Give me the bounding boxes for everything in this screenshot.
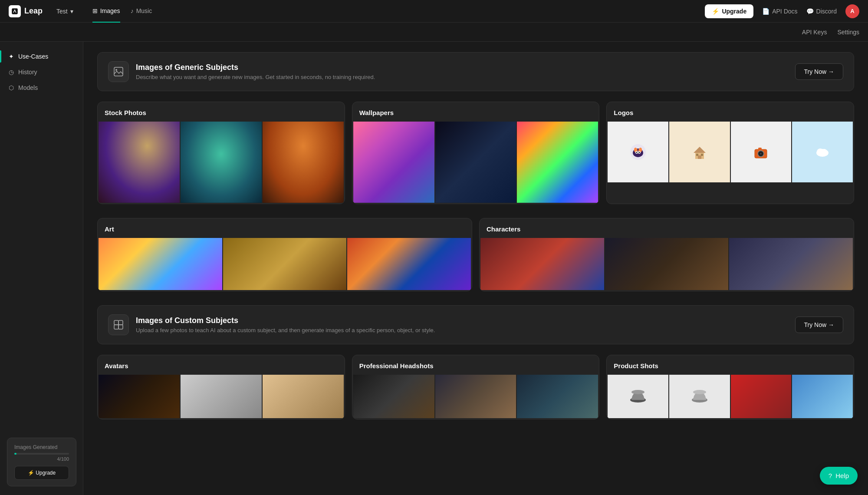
cube-icon: ⬡: [9, 84, 14, 91]
logo-area[interactable]: Leap: [9, 5, 43, 17]
svg-point-19: [760, 153, 762, 155]
custom-section-header: Images of Custom Subjects Upload a few p…: [97, 305, 854, 344]
art-img-1: [99, 238, 222, 290]
category-card-product-shots[interactable]: Product Shots: [606, 355, 854, 419]
help-icon: ?: [829, 472, 832, 479]
custom-section-left: Images of Custom Subjects Upload a few p…: [108, 314, 435, 335]
svg-point-2: [115, 69, 117, 71]
tab-images[interactable]: ⊞ Images: [92, 0, 120, 23]
sidebar-item-models[interactable]: ⬡ Models: [0, 80, 83, 96]
top-nav: Leap Test ▾ ⊞ Images ♪ Music ⚡ Upgrade 📄…: [0, 0, 868, 23]
product-shots-title: Product Shots: [607, 355, 854, 375]
svg-point-10: [639, 152, 640, 153]
tab-music[interactable]: ♪ Music: [131, 0, 152, 23]
stock-photos-title: Stock Photos: [98, 102, 345, 122]
product-img-1: [608, 375, 668, 418]
chevron-down-icon: ▾: [70, 8, 73, 15]
svg-rect-26: [114, 325, 118, 329]
product-img-4: [792, 375, 853, 418]
characters-images: [480, 238, 853, 290]
stock-photo-img-1: [99, 122, 180, 203]
category-card-wallpapers[interactable]: Wallpapers: [352, 102, 600, 204]
bottom-info-box: Images Generated 4/100 ⚡ Upgrade: [7, 438, 76, 486]
discord-icon: 💬: [806, 8, 814, 15]
category-grid-row3: Avatars Professional Headshots Product: [97, 355, 854, 419]
settings-link[interactable]: Settings: [837, 29, 859, 36]
sidebar-item-history[interactable]: ◷ History: [0, 64, 83, 80]
discord-link[interactable]: 💬 Discord: [806, 8, 837, 15]
help-button[interactable]: ? Help: [820, 467, 858, 485]
character-img-1: [480, 238, 604, 290]
stock-photo-img-3: [263, 122, 344, 203]
sidebar-item-use-cases[interactable]: ✦ Use-Cases: [0, 49, 83, 64]
avatar-img-1: [99, 375, 180, 418]
headshots-title: Professional Headshots: [352, 355, 599, 375]
nav-tabs: ⊞ Images ♪ Music: [84, 0, 698, 23]
category-card-characters[interactable]: Characters: [479, 218, 854, 291]
progress-bar-container: [14, 453, 69, 455]
sparkle-icon: ✦: [9, 53, 14, 60]
art-images: [99, 238, 471, 290]
generic-section-icon: [108, 61, 129, 82]
logos-title: Logos: [607, 102, 854, 122]
svg-rect-13: [698, 155, 701, 159]
music-icon: ♪: [131, 7, 134, 14]
main-layout: ✦ Use-Cases ◷ History ⬡ Models: [0, 42, 868, 495]
leap-logo-icon: [9, 5, 21, 17]
clock-icon: ◷: [9, 69, 14, 76]
category-card-avatars[interactable]: Avatars: [97, 355, 345, 419]
progress-bar-fill: [14, 453, 16, 455]
nav-right: ⚡ Upgrade 📄 API Docs 💬 Discord A: [705, 4, 859, 18]
workspace-name: Test: [56, 8, 68, 15]
avatars-title: Avatars: [98, 355, 345, 375]
avatar-img-2: [181, 375, 262, 418]
doc-icon: 📄: [762, 8, 769, 15]
svg-point-23: [821, 149, 827, 155]
stock-photos-images: [99, 122, 344, 203]
wallpapers-title: Wallpapers: [352, 102, 599, 122]
svg-rect-25: [118, 320, 123, 325]
images-icon: ⊞: [92, 7, 98, 14]
upgrade-small-button[interactable]: ⚡ Upgrade: [14, 466, 69, 480]
product-img-3: [731, 375, 792, 418]
stock-photo-img-2: [181, 122, 262, 203]
logo-img-3: [731, 122, 792, 182]
generic-try-now-button[interactable]: Try Now →: [795, 63, 843, 80]
art-img-3: [347, 238, 471, 290]
custom-section-text: Images of Custom Subjects Upload a few p…: [136, 316, 435, 333]
avatar-img-3: [263, 375, 344, 418]
logo-img-4: [792, 122, 853, 182]
headshot-img-3: [517, 375, 598, 418]
generic-section-title: Images of Generic Subjects: [136, 63, 375, 72]
api-docs-link[interactable]: 📄 API Docs: [762, 8, 797, 15]
workspace-selector[interactable]: Test ▾: [53, 6, 77, 16]
main-content: Images of Generic Subjects Describe what…: [83, 42, 868, 495]
svg-rect-14: [696, 154, 698, 156]
category-card-stock-photos[interactable]: Stock Photos: [97, 102, 345, 204]
api-keys-link[interactable]: API Keys: [802, 29, 827, 36]
category-card-headshots[interactable]: Professional Headshots: [352, 355, 600, 419]
custom-section-desc: Upload a few photos to teach AI about a …: [136, 327, 435, 333]
wallpaper-img-1: [353, 122, 434, 203]
art-img-2: [223, 238, 347, 290]
wallpapers-images: [353, 122, 598, 203]
category-card-logos[interactable]: Logos: [606, 102, 854, 204]
character-img-3: [729, 238, 853, 290]
upgrade-button[interactable]: ⚡ Upgrade: [705, 4, 753, 18]
svg-rect-27: [118, 325, 123, 329]
custom-section-icon: [108, 314, 129, 335]
user-avatar[interactable]: A: [845, 4, 859, 18]
logo-img-2: [669, 122, 730, 182]
generic-section-left: Images of Generic Subjects Describe what…: [108, 61, 375, 82]
art-title: Art: [98, 218, 472, 238]
avatars-images: [99, 375, 344, 418]
category-card-art[interactable]: Art: [97, 218, 472, 291]
svg-marker-11: [694, 147, 706, 153]
custom-try-now-button[interactable]: Try Now →: [795, 317, 843, 333]
logo-img-1: [608, 122, 668, 182]
progress-text: 4/100: [14, 456, 69, 462]
generic-section-desc: Describe what you want and generate new …: [136, 74, 375, 80]
wallpaper-img-2: [435, 122, 516, 203]
svg-rect-24: [114, 320, 118, 325]
product-shots-images: [608, 375, 853, 418]
